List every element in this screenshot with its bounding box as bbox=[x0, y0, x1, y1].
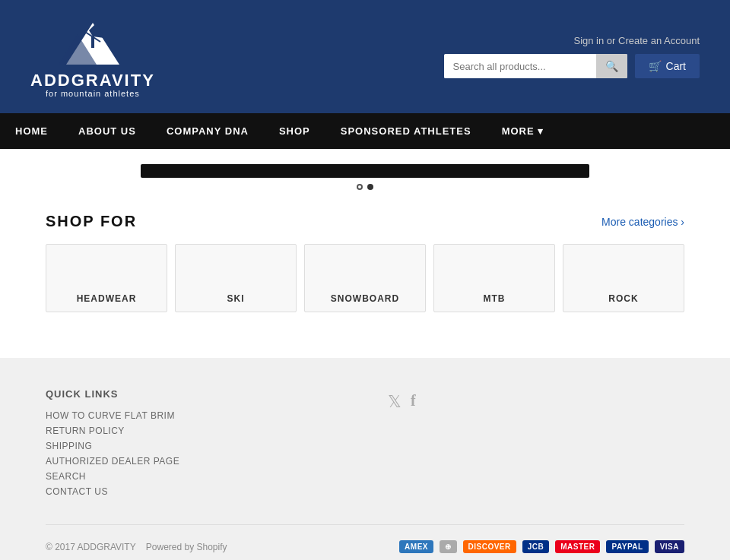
category-snowboard[interactable]: SNOWBOARD bbox=[304, 244, 426, 312]
category-headwear-label: HEADWEAR bbox=[77, 293, 137, 304]
logo-icon bbox=[59, 15, 127, 72]
header-right: Sign in or Create an Account 🔍 🛒 Cart bbox=[444, 35, 700, 78]
payment-visa: VISA bbox=[655, 540, 684, 553]
link-shipping[interactable]: SHIPPING bbox=[46, 441, 342, 451]
banner-dot-1[interactable] bbox=[357, 184, 363, 190]
nav-about-us[interactable]: ABOUT US bbox=[63, 113, 151, 149]
category-headwear[interactable]: HEADWEAR bbox=[46, 244, 167, 312]
quick-links-title: QUICK LINKS bbox=[46, 388, 342, 400]
shop-for-title: SHOP FOR bbox=[46, 213, 137, 230]
create-account-link[interactable]: Create an Account bbox=[618, 35, 700, 46]
category-mtb-label: MTB bbox=[484, 293, 506, 304]
footer: QUICK LINKS HOW TO CURVE FLAT BRIM RETUR… bbox=[0, 358, 730, 560]
link-contact-us[interactable]: CONTACT US bbox=[46, 486, 342, 497]
category-mtb[interactable]: MTB bbox=[433, 244, 555, 312]
chevron-down-icon: ▾ bbox=[538, 125, 544, 137]
nav-more-button[interactable]: MORE ▾ bbox=[487, 113, 559, 149]
footer-top: QUICK LINKS HOW TO CURVE FLAT BRIM RETUR… bbox=[46, 388, 684, 501]
link-authorized-dealer[interactable]: AUTHORIZED DEALER PAGE bbox=[46, 456, 342, 467]
signin-link[interactable]: Sign in bbox=[573, 35, 604, 46]
payment-discover: DISCOVER bbox=[463, 540, 516, 553]
footer-social: 𝕏 f bbox=[388, 388, 684, 501]
footer-quick-links: QUICK LINKS HOW TO CURVE FLAT BRIM RETUR… bbox=[46, 388, 342, 501]
cart-label: Cart bbox=[666, 60, 686, 72]
link-return-policy[interactable]: RETURN POLICY bbox=[46, 426, 342, 436]
category-ski[interactable]: SKI bbox=[175, 244, 297, 312]
facebook-icon[interactable]: f bbox=[411, 392, 416, 412]
header: ADDGRAVITY for mountain athletes Sign in… bbox=[0, 0, 730, 113]
categories-grid: HEADWEAR SKI SNOWBOARD MTB ROCK bbox=[46, 244, 684, 312]
main-nav: HOME ABOUT US COMPANY DNA SHOP SPONSORED… bbox=[0, 113, 730, 149]
payment-jcb: JCB bbox=[522, 540, 550, 553]
logo: ADDGRAVITY for mountain athletes bbox=[30, 15, 155, 98]
nav-shop[interactable]: SHOP bbox=[264, 113, 325, 149]
logo-text-sub: for mountain athletes bbox=[46, 89, 140, 98]
category-rock-label: ROCK bbox=[608, 293, 638, 304]
payment-amex: AMEX bbox=[399, 540, 433, 553]
nav-sponsored-athletes[interactable]: SPONSORED ATHLETES bbox=[325, 113, 487, 149]
logo-text-main: ADDGRAVITY bbox=[30, 72, 155, 89]
banner-slide bbox=[141, 164, 589, 178]
copyright-text: © 2017 ADDGRAVITY bbox=[46, 542, 135, 552]
link-how-to-curve[interactable]: HOW TO CURVE FLAT BRIM bbox=[46, 410, 342, 421]
footer-bottom: © 2017 ADDGRAVITY Powered by Shopify AME… bbox=[46, 524, 684, 553]
banner-area bbox=[0, 149, 730, 198]
banner-dot-2[interactable] bbox=[367, 184, 373, 190]
shop-for-section: SHOP FOR More categories › HEADWEAR SKI … bbox=[0, 198, 730, 343]
category-snowboard-label: SNOWBOARD bbox=[331, 293, 399, 304]
social-icons: 𝕏 f bbox=[388, 392, 684, 412]
nav-company-dna[interactable]: COMPANY DNA bbox=[151, 113, 264, 149]
shop-for-header: SHOP FOR More categories › bbox=[46, 213, 684, 230]
footer-copyright: © 2017 ADDGRAVITY Powered by Shopify bbox=[46, 542, 227, 552]
nav-home[interactable]: HOME bbox=[0, 113, 63, 149]
payment-paypal: PAYPAL bbox=[606, 540, 648, 553]
category-ski-label: SKI bbox=[227, 293, 244, 304]
category-rock[interactable]: ROCK bbox=[563, 244, 684, 312]
more-categories-link[interactable]: More categories › bbox=[601, 216, 684, 228]
payment-mastercard: MASTER bbox=[555, 540, 600, 553]
search-input[interactable] bbox=[444, 55, 596, 78]
payment-diners: ⊕ bbox=[440, 540, 457, 553]
search-button[interactable]: 🔍 bbox=[596, 54, 627, 78]
header-actions: 🔍 🛒 Cart bbox=[444, 54, 700, 78]
twitter-icon[interactable]: 𝕏 bbox=[388, 392, 402, 412]
link-search[interactable]: SEARCH bbox=[46, 471, 342, 482]
search-bar: 🔍 bbox=[444, 54, 627, 78]
auth-or: or bbox=[607, 35, 616, 46]
payment-icons: AMEX ⊕ DISCOVER JCB MASTER PAYPAL VISA bbox=[399, 540, 684, 553]
auth-links: Sign in or Create an Account bbox=[573, 35, 700, 46]
banner-dots bbox=[357, 184, 373, 190]
powered-by-shopify[interactable]: Powered by Shopify bbox=[146, 542, 227, 552]
cart-button[interactable]: 🛒 Cart bbox=[635, 54, 700, 78]
svg-point-5 bbox=[84, 30, 87, 33]
separator bbox=[138, 542, 144, 552]
cart-icon: 🛒 bbox=[649, 60, 662, 72]
